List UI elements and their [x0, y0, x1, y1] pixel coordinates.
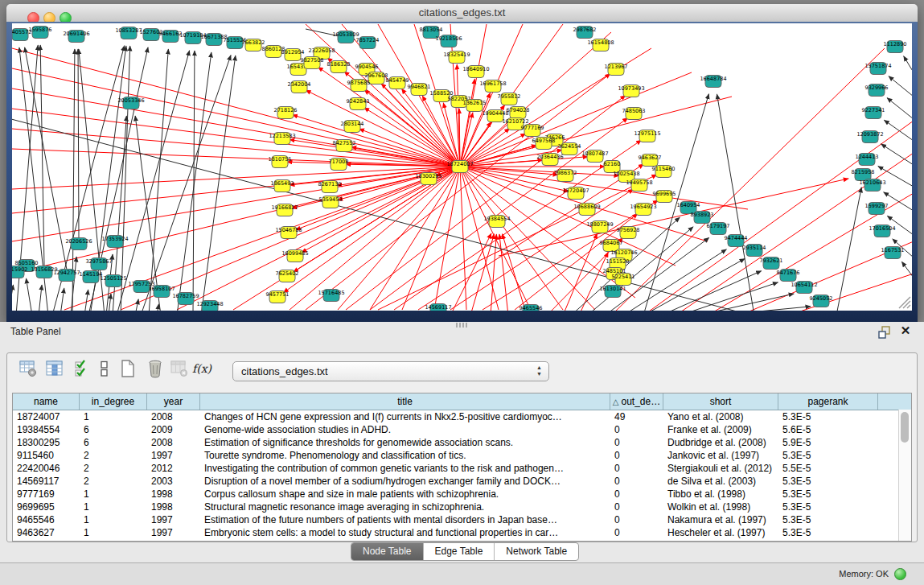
table-cell[interactable]: 1997 [147, 513, 200, 526]
table-cell[interactable]: 2012 [147, 462, 200, 475]
table-source-select[interactable]: citations_edges.txt ▲▼ [232, 361, 549, 381]
memory-status-icon[interactable] [894, 568, 906, 580]
column-header-title[interactable]: title [200, 393, 610, 410]
graph-edge[interactable] [26, 278, 32, 311]
graph-edge[interactable] [12, 129, 460, 167]
table-cell[interactable]: 1998 [147, 501, 200, 513]
graph-edge[interactable] [60, 288, 64, 311]
resize-grip-icon[interactable] [899, 297, 910, 308]
graph-edge[interactable] [177, 167, 460, 310]
table-cell[interactable]: 5.9E-5 [778, 436, 878, 449]
table-cell[interactable]: 0 [610, 526, 663, 539]
table-cell[interactable]: 0 [610, 501, 663, 513]
table-cell[interactable]: 18300295 [13, 436, 80, 449]
table-cell[interactable]: 0 [610, 488, 663, 501]
table-cell[interactable]: 1 [80, 488, 147, 501]
graph-edge[interactable] [460, 167, 531, 310]
table-cell[interactable]: Changes of HCN gene expression and I(f) … [200, 410, 610, 423]
table-row[interactable]: 1456911722003Disruption of a novel membe… [13, 475, 911, 488]
table-cell[interactable]: Jankovic et al. (1997) [663, 449, 778, 462]
column-header-in_degree[interactable]: in_degree [80, 393, 147, 410]
graph-edge[interactable] [12, 285, 13, 311]
table-cell[interactable]: Embryonic stem cells: a model to study s… [200, 526, 610, 539]
table-cell[interactable]: 22420046 [13, 462, 80, 475]
table-cell[interactable]: 49 [610, 410, 663, 423]
graph-edge[interactable] [39, 285, 42, 311]
graph-edge[interactable] [460, 167, 748, 209]
column-header-pagerank[interactable]: pagerank [778, 393, 878, 410]
table-cell[interactable]: Estimation of significance thresholds fo… [200, 436, 610, 449]
tab-node-table[interactable]: Node Table [351, 543, 424, 560]
table-cell[interactable]: Franke et al. (2009) [663, 423, 778, 436]
table-cell[interactable]: Yano et al. (2008) [663, 410, 778, 423]
table-cell[interactable]: Disruption of a novel member of a sodium… [200, 475, 610, 488]
table-cell[interactable]: 0 [610, 513, 663, 526]
table-cell[interactable]: 1998 [147, 488, 200, 501]
table-cell[interactable]: 0 [610, 449, 663, 462]
table-cell[interactable]: 9463627 [13, 526, 80, 539]
table-cell[interactable]: 0 [610, 436, 663, 449]
show-columns-button[interactable] [43, 356, 66, 381]
table-cell[interactable]: 0 [610, 475, 663, 488]
table-cell[interactable]: 1997 [147, 449, 200, 462]
table-cell[interactable]: 5.3E-5 [778, 410, 878, 423]
table-cell[interactable]: 5.3E-5 [778, 501, 878, 513]
table-cell[interactable]: 1997 [147, 526, 200, 539]
table-cell[interactable]: 1 [80, 513, 147, 526]
delete-rows-button[interactable] [144, 356, 166, 381]
table-cell[interactable]: de Silva et al. (2003) [663, 475, 778, 488]
table-cell[interactable]: 2008 [147, 410, 200, 423]
graph-edge[interactable] [99, 46, 126, 258]
table-cell[interactable]: 5.3E-5 [778, 449, 878, 462]
table-cell[interactable]: 2 [80, 449, 147, 462]
table-row[interactable]: 1938455462009Genome-wide association stu… [13, 423, 911, 436]
graph-edge[interactable] [698, 294, 794, 311]
table-cell[interactable]: 14569117 [13, 475, 80, 488]
graph-edge[interactable] [901, 262, 912, 278]
graph-edge[interactable] [71, 257, 76, 311]
table-cell[interactable]: 19384554 [13, 423, 80, 436]
graph-edge[interactable] [717, 94, 754, 311]
graph-edge[interactable] [904, 56, 912, 72]
scrollbar-thumb[interactable] [901, 412, 909, 443]
table-cell[interactable]: Corpus callosum shape and size in male p… [200, 488, 610, 501]
table-cell[interactable]: Estimation of the future numbers of pati… [200, 513, 610, 526]
graph-edge[interactable] [135, 299, 138, 311]
table-cell[interactable]: 1 [80, 501, 147, 513]
graph-edge[interactable] [460, 167, 563, 310]
graph-edge[interactable] [889, 76, 912, 97]
table-cell[interactable]: 9115460 [13, 449, 80, 462]
table-cell[interactable]: 1 [80, 410, 147, 423]
row-options-button[interactable] [92, 356, 115, 381]
graph-edge[interactable] [884, 120, 912, 141]
table-row[interactable]: 911546021997Tourette syndrome. Phenomeno… [13, 449, 911, 462]
table-cell[interactable]: 0 [610, 423, 663, 436]
table-cell[interactable]: 5.6E-5 [778, 423, 878, 436]
table-cell[interactable]: Structural magnetic resonance image aver… [200, 501, 610, 513]
table-cell[interactable]: 6 [80, 423, 147, 436]
graph-edge[interactable] [470, 234, 494, 311]
graph-edge[interactable] [881, 144, 912, 165]
float-panel-icon[interactable] [877, 325, 892, 340]
graph-edge[interactable] [370, 167, 460, 310]
tab-network-table[interactable]: Network Table [495, 543, 578, 560]
graph-edge[interactable] [563, 233, 598, 311]
graph-edge[interactable] [12, 89, 460, 167]
window-titlebar[interactable]: citations_edges.txt [6, 4, 918, 23]
table-cell[interactable]: 5.5E-5 [778, 462, 878, 475]
table-cell[interactable]: Tourette syndrome. Phenomenology and cla… [200, 449, 610, 462]
table-vertical-scrollbar[interactable] [898, 410, 911, 541]
graph-edge[interactable] [157, 304, 158, 311]
table-row[interactable]: 2242004622012Investigating the contribut… [13, 462, 911, 475]
graph-edge[interactable] [12, 48, 460, 167]
table-cell[interactable]: 2008 [147, 436, 200, 449]
table-row[interactable]: 1830029562008Estimation of significance … [13, 436, 911, 449]
table-cell[interactable]: Stergiakouli et al. (2012) [663, 462, 778, 475]
graph-edge[interactable] [78, 49, 79, 238]
graph-edge[interactable] [149, 49, 168, 311]
table-cell[interactable]: 2 [80, 462, 147, 475]
column-header-name[interactable]: name [13, 393, 80, 410]
graph-edge[interactable] [109, 294, 111, 311]
table-cell[interactable]: Hescheler et al. (1997) [663, 526, 778, 539]
table-cell[interactable]: 9777169 [13, 488, 80, 501]
